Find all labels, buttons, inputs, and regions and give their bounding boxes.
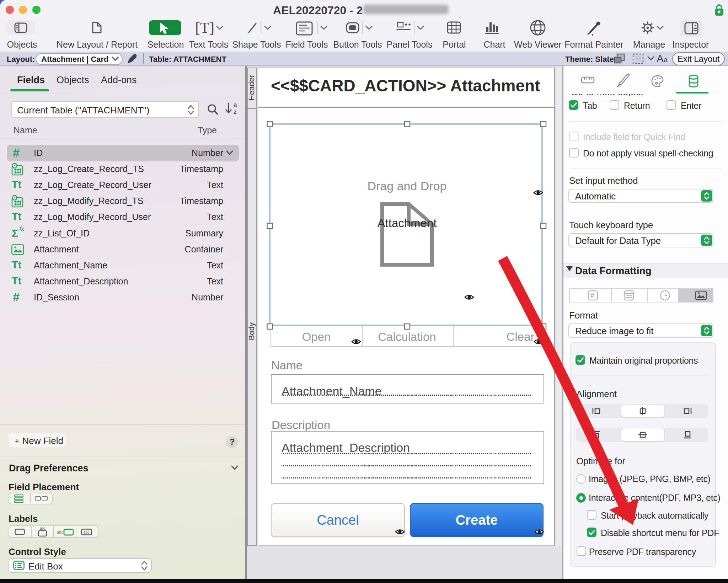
svg-text:abc: abc [57, 530, 63, 534]
svg-text:a: a [234, 102, 237, 108]
svg-text:#: # [590, 292, 595, 299]
svg-text:[T]: [T] [195, 20, 214, 36]
svg-text:z: z [234, 108, 237, 115]
svg-text:abc: abc [84, 530, 89, 534]
svg-text:abc: abc [40, 526, 46, 530]
